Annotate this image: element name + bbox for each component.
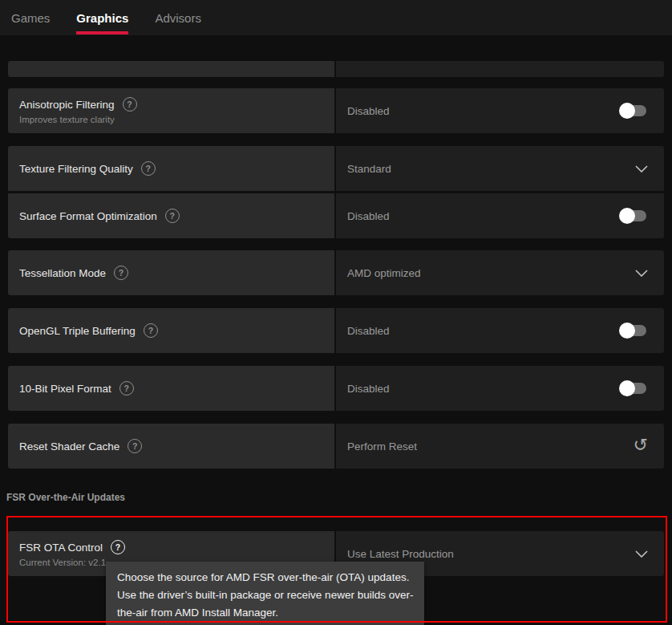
anisotropic-filtering-toggle[interactable] — [622, 105, 646, 116]
tab-advisors[interactable]: Advisors — [155, 0, 201, 35]
reset-shader-cache-label-cell: Reset Shader Cache ? — [8, 424, 334, 469]
fsr-ota-control-label: FSR OTA Control — [19, 542, 103, 554]
tessellation-mode-label: Tessellation Mode — [19, 267, 106, 279]
10-bit-pixel-format-toggle[interactable] — [622, 383, 646, 394]
10-bit-pixel-format-label-cell: 10-Bit Pixel Format ? — [8, 366, 334, 411]
setting-row-anisotropic-filtering: Anisotropic Filtering ? Improves texture… — [8, 88, 664, 133]
chevron-down-icon[interactable] — [635, 550, 648, 558]
help-icon[interactable]: ? — [165, 209, 180, 223]
fsr-ota-control-value: Use Latest Production — [347, 548, 454, 560]
fsr-section-label: FSR Over-the-Air Updates — [6, 492, 125, 503]
setting-row-tessellation-mode: Tessellation Mode ? AMD optimized — [8, 250, 664, 295]
setting-row-surface-format-optimization: Surface Format Optimization ? Disabled — [8, 193, 664, 238]
anisotropic-filtering-label-cell: Anisotropic Filtering ? Improves texture… — [8, 88, 334, 133]
surface-format-optimization-label: Surface Format Optimization — [19, 210, 157, 222]
tab-bar: Games Graphics Advisors — [0, 0, 672, 35]
help-icon[interactable]: ? — [128, 439, 142, 453]
setting-row-partial-left-cell — [8, 61, 334, 77]
toggle-knob — [619, 208, 635, 224]
tab-graphics-label: Graphics — [76, 11, 128, 25]
tooltip-line: Use the driver’s built-in package or rec… — [117, 586, 413, 604]
setting-row-texture-filtering-quality: Texture Filtering Quality ? Standard — [8, 146, 664, 191]
toggle-knob — [619, 380, 635, 396]
reset-shader-cache-label: Reset Shader Cache — [19, 440, 119, 453]
texture-filtering-quality-label: Texture Filtering Quality — [19, 163, 133, 175]
setting-row-partial — [8, 61, 664, 77]
setting-group-texture: Texture Filtering Quality ? Standard Sur… — [8, 146, 664, 238]
setting-row-reset-shader-cache: Reset Shader Cache ? Perform Reset ↺ — [8, 424, 664, 469]
texture-filtering-quality-label-cell: Texture Filtering Quality ? — [8, 146, 334, 191]
help-tooltip: Choose the source for AMD FSR over-the-a… — [106, 562, 424, 625]
tab-advisors-label: Advisors — [155, 11, 201, 25]
surface-format-optimization-label-cell: Surface Format Optimization ? — [8, 193, 334, 238]
setting-row-partial-right-cell — [336, 61, 664, 77]
anisotropic-filtering-value: Disabled — [347, 105, 390, 117]
tessellation-mode-value: AMD optimized — [347, 267, 421, 279]
help-icon[interactable]: ? — [144, 323, 158, 338]
active-tab-underline — [76, 31, 128, 34]
opengl-triple-buffering-label-cell: OpenGL Triple Buffering ? — [8, 308, 334, 353]
opengl-triple-buffering-toggle[interactable] — [622, 325, 646, 336]
10-bit-pixel-format-value-cell: Disabled — [336, 366, 664, 411]
help-icon[interactable]: ? — [114, 266, 128, 280]
reset-shader-cache-action-cell[interactable]: Perform Reset ↺ — [336, 424, 664, 469]
10-bit-pixel-format-value: Disabled — [347, 383, 390, 395]
help-icon[interactable]: ? — [111, 540, 125, 554]
tab-games-label: Games — [11, 11, 50, 25]
opengl-triple-buffering-value: Disabled — [347, 325, 390, 337]
tab-graphics[interactable]: Graphics — [76, 0, 128, 35]
reset-icon[interactable]: ↺ — [634, 436, 648, 454]
help-icon[interactable]: ? — [119, 381, 134, 396]
surface-format-optimization-toggle[interactable] — [622, 210, 646, 221]
help-icon[interactable]: ? — [123, 97, 137, 112]
toggle-knob — [619, 103, 635, 119]
anisotropic-filtering-description: Improves texture clarity — [19, 115, 137, 124]
texture-filtering-quality-dropdown[interactable]: Standard — [336, 146, 664, 191]
setting-row-opengl-triple-buffering: OpenGL Triple Buffering ? Disabled — [8, 308, 664, 353]
surface-format-optimization-value-cell: Disabled — [336, 193, 664, 238]
opengl-triple-buffering-label: OpenGL Triple Buffering — [19, 325, 136, 337]
tooltip-line: Choose the source for AMD FSR over-the-a… — [117, 569, 413, 586]
chevron-down-icon[interactable] — [635, 270, 648, 277]
toggle-knob — [619, 323, 635, 339]
opengl-triple-buffering-value-cell: Disabled — [336, 308, 664, 353]
tessellation-mode-label-cell: Tessellation Mode ? — [8, 250, 334, 295]
anisotropic-filtering-value-cell: Disabled — [336, 88, 664, 133]
texture-filtering-quality-value: Standard — [347, 163, 391, 175]
tooltip-line: the-air from AMD Install Manager. — [117, 604, 413, 622]
10-bit-pixel-format-label: 10-Bit Pixel Format — [19, 383, 111, 395]
help-icon[interactable]: ? — [141, 161, 156, 176]
reset-shader-cache-value: Perform Reset — [347, 440, 417, 453]
chevron-down-icon[interactable] — [635, 165, 648, 172]
top-nav-bar: Games Graphics Advisors — [0, 0, 672, 35]
anisotropic-filtering-label: Anisotropic Filtering — [19, 99, 115, 111]
surface-format-optimization-value: Disabled — [347, 210, 390, 222]
tab-games[interactable]: Games — [11, 0, 50, 35]
tessellation-mode-dropdown[interactable]: AMD optimized — [336, 250, 664, 295]
setting-row-10-bit-pixel-format: 10-Bit Pixel Format ? Disabled — [8, 366, 664, 411]
